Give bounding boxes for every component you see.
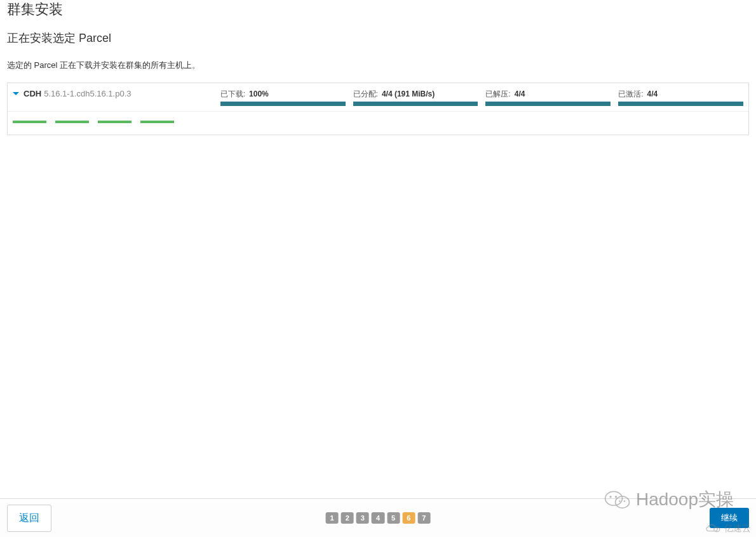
status-distributed: 已分配: 4/4 (191 MiB/s) — [353, 89, 478, 106]
page-step-4: 4 — [372, 512, 384, 524]
page-step-6: 6 — [402, 512, 415, 524]
parcel-table: CDH 5.16.1-1.cdh5.16.1.p0.3 已下载: 100% 已分… — [7, 83, 749, 135]
status-downloaded: 已下载: 100% — [220, 89, 346, 106]
host-progress-bar — [98, 121, 132, 123]
continue-button[interactable]: 继续 — [710, 508, 749, 528]
status-label: 已分配: — [353, 89, 378, 100]
status-unpacked: 已解压: 4/4 — [485, 89, 611, 106]
host-progress-bar — [55, 121, 89, 123]
status-value: 4/4 — [515, 90, 525, 98]
back-button[interactable]: 返回 — [7, 505, 51, 532]
svg-point-2 — [609, 496, 611, 498]
page-subtitle: 正在安装选定 Parcel — [7, 30, 749, 46]
page-title: 群集安装 — [7, 0, 749, 19]
host-progress-bar — [140, 121, 174, 123]
status-value: 100% — [249, 90, 269, 98]
page-step-3: 3 — [356, 512, 369, 524]
status-label: 已激活: — [618, 89, 643, 100]
parcel-name: CDH — [24, 89, 41, 98]
status-label: 已解压: — [485, 89, 510, 100]
parcel-version: 5.16.1-1.cdh5.16.1.p0.3 — [44, 89, 131, 98]
progress-bar-activated — [618, 102, 743, 106]
parcel-row: CDH 5.16.1-1.cdh5.16.1.p0.3 已下载: 100% 已分… — [8, 83, 748, 112]
svg-point-3 — [615, 496, 617, 498]
status-value: 4/4 (191 MiB/s) — [382, 90, 435, 98]
status-activated: 已激活: 4/4 — [618, 89, 743, 106]
progress-bar-distributed — [353, 102, 478, 106]
chevron-down-icon[interactable] — [13, 92, 19, 95]
page-step-7: 7 — [417, 512, 430, 524]
page-description: 选定的 Parcel 正在下载并安装在群集的所有主机上。 — [7, 60, 749, 71]
page-step-5: 5 — [387, 512, 400, 524]
parcel-detail-row — [8, 112, 748, 135]
progress-bar-unpacked — [485, 102, 611, 106]
progress-bar-downloaded — [220, 102, 346, 106]
page-step-1: 1 — [326, 512, 339, 524]
pagination: 1234567 — [326, 512, 431, 524]
page-step-2: 2 — [341, 512, 354, 524]
status-value: 4/4 — [647, 90, 658, 98]
status-label: 已下载: — [220, 89, 245, 100]
footer: 返回 1234567 继续 — [0, 498, 756, 537]
host-progress-bar — [13, 121, 46, 123]
parcel-name-cell: CDH 5.16.1-1.cdh5.16.1.p0.3 — [13, 89, 220, 98]
